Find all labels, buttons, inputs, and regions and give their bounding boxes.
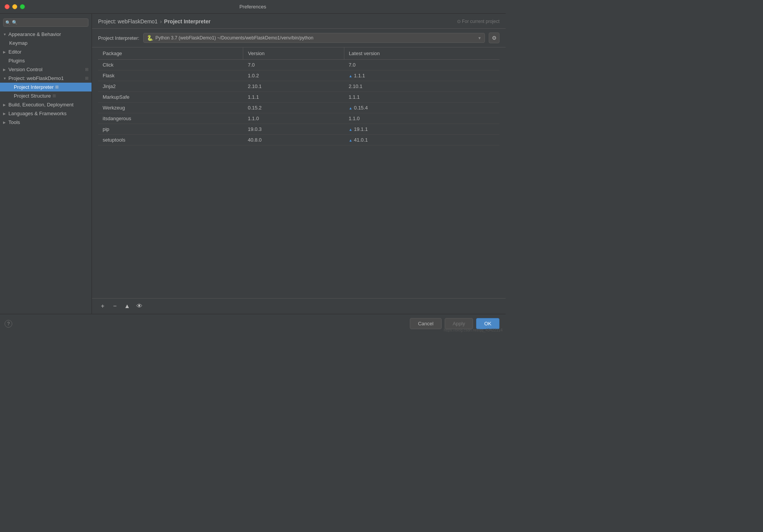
package-table-body: Click7.07.0Flask1.0.2▲1.1.1Jinja22.10.12… bbox=[98, 60, 499, 145]
close-button[interactable] bbox=[5, 4, 10, 9]
col-header-latest: Latest version bbox=[344, 47, 499, 60]
table-row[interactable]: Jinja22.10.12.10.1 bbox=[98, 81, 499, 92]
package-version: 19.0.3 bbox=[243, 124, 344, 135]
package-name: MarkupSafe bbox=[98, 92, 243, 103]
package-latest-version: 1.1.0 bbox=[344, 113, 499, 124]
help-button[interactable]: ? bbox=[5, 320, 12, 328]
breadcrumb-separator: › bbox=[160, 18, 162, 24]
ok-button[interactable]: OK bbox=[476, 318, 499, 329]
package-name: itsdangerous bbox=[98, 113, 243, 124]
question-mark-icon: ? bbox=[7, 321, 10, 326]
table-row[interactable]: Click7.07.0 bbox=[98, 60, 499, 70]
sidebar-item-keymap[interactable]: Keymap bbox=[0, 39, 92, 47]
sidebar-item-version-control[interactable]: ▶ Version Control ⊞ bbox=[0, 65, 92, 74]
upgrade-package-button[interactable]: ▲ bbox=[123, 302, 132, 311]
maximize-button[interactable] bbox=[20, 4, 25, 9]
table-row[interactable]: Werkzeug0.15.2▲0.15.4 bbox=[98, 103, 499, 113]
package-name: Werkzeug bbox=[98, 103, 243, 113]
sidebar-item-editor[interactable]: ▶ Editor bbox=[0, 47, 92, 56]
table-row[interactable]: MarkupSafe1.1.11.1.1 bbox=[98, 92, 499, 103]
copy-icon: ⊞ bbox=[85, 76, 88, 81]
package-version: 0.15.2 bbox=[243, 103, 344, 113]
table-row[interactable]: itsdangerous1.1.01.1.0 bbox=[98, 113, 499, 124]
table-header-row: Package Version Latest version bbox=[98, 47, 499, 60]
package-version: 1.1.0 bbox=[243, 113, 344, 124]
minus-icon: − bbox=[113, 303, 116, 310]
interpreter-select-text: 🐍 Python 3.7 (webFlaskDemo1) ~/Documents… bbox=[147, 35, 478, 41]
sidebar-item-project[interactable]: ▼ Project: webFlaskDemo1 ⊞ bbox=[0, 74, 92, 83]
sidebar-item-plugins[interactable]: ▶ Plugins bbox=[0, 56, 92, 65]
titlebar: Preferences bbox=[0, 0, 506, 14]
footer: ? Cancel Apply OK https://blog.csdn.net/… bbox=[0, 314, 506, 333]
sidebar-item-label: Project Interpreter bbox=[14, 84, 54, 90]
breadcrumb-parent: Project: webFlaskDemo1 bbox=[98, 18, 158, 24]
minimize-button[interactable] bbox=[12, 4, 17, 9]
sidebar-item-languages-frameworks[interactable]: ▶ Languages & Frameworks bbox=[0, 109, 92, 118]
search-input[interactable] bbox=[3, 18, 88, 27]
interpreter-select[interactable]: 🐍 Python 3.7 (webFlaskDemo1) ~/Documents… bbox=[143, 33, 485, 43]
sidebar-item-label: Languages & Frameworks bbox=[8, 111, 88, 116]
copy-icon: ⊞ bbox=[85, 67, 88, 72]
remove-package-button[interactable]: − bbox=[110, 302, 120, 311]
python-icon: 🐍 bbox=[147, 35, 153, 41]
copy-icon: ⊞ bbox=[55, 85, 59, 90]
sidebar: 🔍 ▼ Appearance & Behavior Keymap ▶ Edito… bbox=[0, 14, 92, 314]
sidebar-item-label: Build, Execution, Deployment bbox=[8, 102, 88, 108]
bottom-toolbar: + − ▲ 👁 bbox=[92, 298, 506, 314]
sidebar-item-project-interpreter[interactable]: Project Interpreter ⊞ bbox=[0, 83, 92, 91]
package-latest-version: ▲0.15.4 bbox=[344, 103, 499, 113]
breadcrumb: Project: webFlaskDemo1 › Project Interpr… bbox=[98, 18, 211, 24]
cancel-button[interactable]: Cancel bbox=[410, 318, 441, 329]
search-icon: 🔍 bbox=[5, 20, 11, 25]
expand-arrow-icon: ▶ bbox=[3, 103, 8, 107]
copy-icon: ⊞ bbox=[52, 93, 56, 98]
update-arrow-icon: ▲ bbox=[349, 74, 352, 78]
search-box[interactable]: 🔍 bbox=[3, 18, 88, 27]
gear-button[interactable]: ⚙ bbox=[489, 33, 499, 43]
interpreter-value: Python 3.7 (webFlaskDemo1) ~/Documents/w… bbox=[156, 35, 314, 41]
update-arrow-icon: ▲ bbox=[349, 106, 352, 110]
sidebar-item-label: Keymap bbox=[9, 40, 28, 46]
package-latest-version: 1.1.1 bbox=[344, 92, 499, 103]
expand-arrow-icon: ▼ bbox=[3, 77, 8, 80]
interpreter-row: Project Interpreter: 🐍 Python 3.7 (webFl… bbox=[92, 29, 506, 47]
sidebar-item-tools[interactable]: ▶ Tools bbox=[0, 118, 92, 127]
inspect-button[interactable]: 👁 bbox=[135, 302, 144, 311]
add-package-button[interactable]: + bbox=[98, 302, 107, 311]
content-area: Project: webFlaskDemo1 › Project Interpr… bbox=[92, 14, 506, 314]
package-name: Flask bbox=[98, 70, 243, 81]
dropdown-arrow-icon: ▼ bbox=[478, 36, 481, 40]
package-name: setuptools bbox=[98, 135, 243, 145]
package-name: Jinja2 bbox=[98, 81, 243, 92]
table-row[interactable]: Flask1.0.2▲1.1.1 bbox=[98, 70, 499, 81]
sidebar-item-label: Tools bbox=[8, 119, 88, 125]
update-arrow-icon: ▲ bbox=[349, 138, 352, 142]
package-latest-version: ▲19.1.1 bbox=[344, 124, 499, 135]
package-latest-version: ▲41.0.1 bbox=[344, 135, 499, 145]
package-version: 2.10.1 bbox=[243, 81, 344, 92]
eye-icon: 👁 bbox=[136, 303, 142, 310]
for-current-project-label: ⊙ For current project bbox=[457, 19, 499, 24]
package-table: Package Version Latest version Click7.07… bbox=[98, 47, 499, 145]
sidebar-item-label: Project Structure bbox=[14, 93, 51, 99]
main-container: 🔍 ▼ Appearance & Behavior Keymap ▶ Edito… bbox=[0, 14, 506, 314]
sidebar-item-appearance-behavior[interactable]: ▼ Appearance & Behavior bbox=[0, 30, 92, 39]
sidebar-item-label: Project: webFlaskDemo1 bbox=[8, 75, 84, 81]
table-row[interactable]: pip19.0.3▲19.1.1 bbox=[98, 124, 499, 135]
apply-button[interactable]: Apply bbox=[445, 318, 473, 329]
package-name: Click bbox=[98, 60, 243, 70]
package-table-container: Package Version Latest version Click7.07… bbox=[98, 47, 499, 298]
col-header-package: Package bbox=[98, 47, 243, 60]
expand-arrow-icon: ▶ bbox=[3, 50, 8, 54]
sidebar-item-label: Appearance & Behavior bbox=[8, 31, 88, 37]
expand-arrow-icon: ▶ bbox=[3, 121, 8, 124]
package-version: 40.8.0 bbox=[243, 135, 344, 145]
sidebar-item-project-structure[interactable]: Project Structure ⊞ bbox=[0, 91, 92, 100]
package-version: 1.1.1 bbox=[243, 92, 344, 103]
table-row[interactable]: setuptools40.8.0▲41.0.1 bbox=[98, 135, 499, 145]
expand-arrow-icon: ▼ bbox=[3, 33, 8, 36]
add-icon: + bbox=[101, 303, 104, 310]
breadcrumb-current: Project Interpreter bbox=[164, 18, 210, 24]
content-header: Project: webFlaskDemo1 › Project Interpr… bbox=[92, 14, 506, 29]
sidebar-item-build-execution[interactable]: ▶ Build, Execution, Deployment bbox=[0, 100, 92, 109]
